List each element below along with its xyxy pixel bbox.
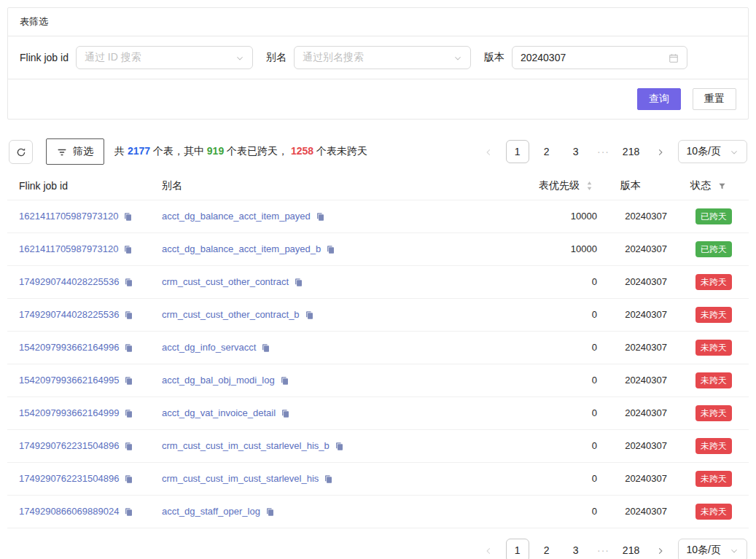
copy-icon[interactable]: [294, 276, 303, 287]
table-row: 1749290744028225536 crm_cust_cust_other_…: [7, 265, 749, 298]
sort-icon[interactable]: [586, 179, 593, 191]
status-badge: 未跨天: [695, 372, 732, 388]
column-flink-job-id: Flink job id: [7, 172, 150, 200]
priority-cell: 0: [527, 462, 609, 495]
table-row: 1542097993662164995 acct_dg_bal_obj_modi…: [7, 364, 749, 396]
chevron-down-icon: [730, 544, 739, 556]
version-date-picker[interactable]: [512, 46, 687, 69]
flink-job-id-link[interactable]: 1749290762231504896: [19, 473, 119, 484]
search-button[interactable]: 查询: [637, 88, 681, 110]
alias-link[interactable]: crm_cust_cust_other_contract_b: [162, 309, 300, 320]
alias-link[interactable]: acct_dg_vat_invoice_detail: [162, 407, 276, 418]
copy-icon[interactable]: [326, 243, 335, 254]
copy-icon[interactable]: [124, 342, 133, 353]
copy-icon[interactable]: [265, 506, 275, 517]
total-count: 2177: [128, 145, 150, 157]
column-priority[interactable]: 表优先级: [527, 172, 609, 200]
status-filter-funnel-icon[interactable]: [718, 179, 726, 191]
page-ellipsis[interactable]: ···: [593, 146, 614, 157]
page-button-3[interactable]: 3: [564, 539, 588, 559]
flink-job-id-select[interactable]: 通过 ID 搜索: [76, 46, 253, 69]
page: 表筛选 Flink job id 通过 ID 搜索 别名 通过别名搜索 版本: [0, 0, 756, 559]
page-button-1[interactable]: 1: [506, 539, 529, 559]
copy-icon[interactable]: [305, 309, 314, 320]
alias-link[interactable]: crm_cust_cust_other_contract: [162, 276, 289, 287]
prev-page-button[interactable]: [477, 140, 500, 163]
status-badge: 已跨天: [695, 208, 732, 224]
filter-actions-row: 查询 重置: [8, 79, 748, 119]
field-alias: 别名 通过别名搜索: [266, 46, 471, 69]
copy-icon[interactable]: [124, 440, 133, 451]
copy-icon[interactable]: [123, 211, 133, 222]
not-crossed-count: 1258: [291, 145, 313, 157]
flink-job-id-link[interactable]: 1749290866069889024: [19, 506, 119, 517]
tables-grid: Flink job id 别名 表优先级 版本 状态 1621411705987…: [7, 172, 749, 528]
copy-icon[interactable]: [335, 440, 344, 451]
flink-job-id-link[interactable]: 1749290744028225536: [19, 309, 119, 320]
page-button-2[interactable]: 2: [535, 539, 558, 559]
chevron-down-icon: [235, 52, 244, 63]
refresh-button[interactable]: [9, 140, 33, 164]
copy-icon[interactable]: [124, 276, 133, 287]
next-page-button[interactable]: [649, 140, 672, 163]
alias-label: 别名: [266, 51, 287, 64]
version-input[interactable]: [521, 52, 669, 63]
prev-page-button[interactable]: [477, 539, 500, 559]
flink-job-id-link[interactable]: 1749290744028225536: [19, 276, 119, 287]
page-button-1[interactable]: 1: [506, 140, 529, 163]
copy-icon[interactable]: [316, 211, 325, 222]
page-ellipsis[interactable]: ···: [593, 544, 614, 556]
table-header-row: Flink job id 别名 表优先级 版本 状态: [7, 172, 749, 200]
version-cell: 20240307: [609, 462, 679, 495]
flink-job-id-link[interactable]: 1542097993662164996: [19, 342, 119, 353]
copy-icon[interactable]: [281, 407, 290, 418]
alias-select[interactable]: 通过别名搜索: [294, 46, 471, 69]
alias-link[interactable]: acct_dg_bal_obj_modi_log: [162, 375, 275, 386]
filter-card: 表筛选 Flink job id 通过 ID 搜索 别名 通过别名搜索 版本: [7, 7, 749, 120]
copy-icon[interactable]: [124, 407, 133, 418]
pagination-bottom: 1 2 3 ··· 218 10条/页: [477, 539, 747, 559]
copy-icon[interactable]: [280, 375, 289, 386]
flink-job-id-link[interactable]: 1542097993662164995: [19, 375, 119, 386]
alias-link[interactable]: acct_dg_staff_oper_log: [162, 506, 260, 517]
flink-job-id-link[interactable]: 1542097993662164999: [19, 407, 119, 418]
version-cell: 20240307: [609, 495, 679, 528]
table-row: 1542097993662164999 acct_dg_vat_invoice_…: [7, 396, 749, 429]
filter-lines-icon: [57, 146, 67, 157]
flink-job-id-link[interactable]: 1621411705987973120: [19, 243, 118, 254]
version-label: 版本: [484, 51, 504, 64]
alias-link[interactable]: acct_dg_balance_acct_item_payed: [162, 211, 311, 222]
refresh-icon: [16, 146, 26, 157]
alias-link[interactable]: acct_dg_balance_acct_item_payed_b: [162, 243, 321, 254]
reset-button[interactable]: 重置: [693, 88, 736, 110]
copy-icon[interactable]: [324, 473, 333, 484]
filter-toggle-button[interactable]: 筛选: [46, 138, 104, 165]
page-button-2[interactable]: 2: [535, 140, 558, 163]
calendar-icon: [669, 52, 679, 63]
flink-job-id-link[interactable]: 1749290762231504896: [19, 440, 119, 451]
copy-icon[interactable]: [261, 342, 270, 353]
page-button-3[interactable]: 3: [564, 140, 588, 163]
copy-icon[interactable]: [124, 309, 133, 320]
alias-link[interactable]: crm_cust_cust_im_cust_starlevel_his_b: [162, 440, 330, 451]
table-row: 1621411705987973120 acct_dg_balance_acct…: [7, 232, 749, 265]
version-cell: 20240307: [609, 298, 679, 331]
page-size-select[interactable]: 10条/页: [678, 140, 747, 163]
flink-job-id-link[interactable]: 1621411705987973120: [19, 211, 118, 222]
page-button-218[interactable]: 218: [620, 140, 643, 163]
filter-toggle-label: 筛选: [73, 145, 93, 158]
copy-icon[interactable]: [124, 506, 133, 517]
alias-link[interactable]: crm_cust_cust_im_cust_starlevel_his: [162, 473, 319, 484]
table-row: 1749290866069889024 acct_dg_staff_oper_l…: [7, 495, 749, 528]
table-row: 1621411705987973120 acct_dg_balance_acct…: [7, 200, 749, 232]
flink-job-id-placeholder: 通过 ID 搜索: [85, 51, 141, 64]
copy-icon[interactable]: [124, 473, 133, 484]
copy-icon[interactable]: [123, 243, 133, 254]
page-size-select[interactable]: 10条/页: [678, 539, 747, 559]
chevron-down-icon: [730, 146, 739, 157]
copy-icon[interactable]: [124, 375, 133, 386]
next-page-button[interactable]: [649, 539, 672, 559]
alias-link[interactable]: acct_dg_info_servacct: [162, 342, 256, 353]
page-button-218[interactable]: 218: [620, 539, 643, 559]
status-badge: 未跨天: [695, 471, 732, 487]
